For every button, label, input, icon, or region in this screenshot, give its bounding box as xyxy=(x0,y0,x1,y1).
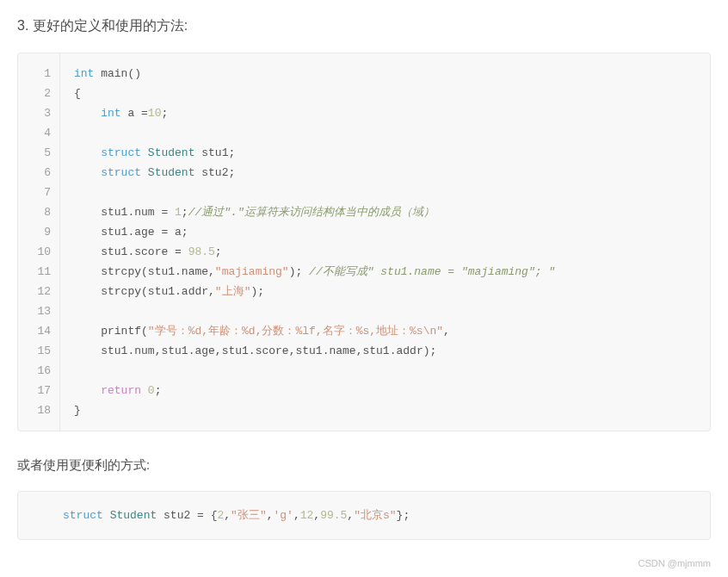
code-line xyxy=(74,183,696,202)
type-name: Student xyxy=(148,146,195,159)
code-line: } xyxy=(74,400,696,420)
ident: strcpy(stu1.addr, xyxy=(101,285,215,298)
indent xyxy=(74,344,101,357)
string: "张三" xyxy=(231,509,267,522)
number: 10 xyxy=(148,107,162,120)
punct: , xyxy=(224,509,231,522)
keyword: struct xyxy=(101,166,141,179)
code-line: stu1.age = a; xyxy=(74,222,696,242)
line-number: 2 xyxy=(28,84,51,103)
indent xyxy=(74,206,101,219)
ident: stu1.num = xyxy=(101,206,175,219)
punct: , xyxy=(347,509,354,522)
indent xyxy=(74,226,101,239)
comment: //通过"."运算符来访问结构体当中的成员（域） xyxy=(188,206,435,219)
code-line xyxy=(74,123,696,143)
string: "上海" xyxy=(215,285,251,298)
ident: stu2 = { xyxy=(157,509,217,522)
code-line: stu1.num = 1;//通过"."运算符来访问结构体当中的成员（域） xyxy=(74,202,696,222)
keyword: int xyxy=(74,67,94,80)
code-line: return 0; xyxy=(74,381,696,400)
code-line xyxy=(74,301,696,321)
code-line xyxy=(74,361,696,381)
line-number: 12 xyxy=(28,282,51,301)
punct: , xyxy=(293,509,300,522)
code-line: strcpy(stu1.name,"majiaming"); //不能写成" s… xyxy=(74,262,696,282)
comment: //不能写成" stu1.name = "majiaming"; " xyxy=(309,265,555,278)
code-line: struct Student stu2 = {2,"张三",'g',12,99.… xyxy=(63,506,665,525)
line-number: 10 xyxy=(28,242,51,262)
space xyxy=(141,384,148,397)
code-line: printf("学号：%d,年龄：%d,分数：%lf,名字：%s,地址：%s\n… xyxy=(74,321,696,341)
line-number: 17 xyxy=(28,381,51,400)
number: 0 xyxy=(148,384,155,397)
code-line: { xyxy=(74,84,696,103)
line-number: 1 xyxy=(28,64,51,84)
punct: , xyxy=(267,509,274,522)
indent xyxy=(74,107,101,120)
ident: printf( xyxy=(101,325,148,338)
string: "majiaming" xyxy=(215,265,289,278)
punct: ; xyxy=(161,107,168,120)
indent xyxy=(74,384,101,397)
line-number: 5 xyxy=(28,143,51,163)
punct: ); xyxy=(250,285,264,298)
keyword: struct xyxy=(63,509,103,522)
code-line: stu1.score = 98.5; xyxy=(74,242,696,262)
punct: ; xyxy=(155,384,162,397)
indent xyxy=(74,285,101,298)
number: 12 xyxy=(300,509,314,522)
string: "北京s" xyxy=(354,509,396,522)
keyword: int xyxy=(101,107,120,120)
ident: stu1.age = a; xyxy=(101,226,188,239)
number: 98.5 xyxy=(188,245,215,258)
ident: main() xyxy=(94,67,141,80)
indent xyxy=(74,166,101,179)
line-number: 13 xyxy=(28,301,51,321)
type-name: Student xyxy=(110,509,157,522)
punct: ; xyxy=(182,206,188,219)
code-line: stu1.num,stu1.age,stu1.score,stu1.name,s… xyxy=(74,341,696,361)
keyword: struct xyxy=(101,146,141,159)
line-number: 16 xyxy=(28,361,51,381)
code-block-simple: struct Student stu2 = {2,"张三",'g',12,99.… xyxy=(17,491,711,540)
space xyxy=(141,166,148,179)
ident: stu1.score = xyxy=(101,245,188,258)
punct: , xyxy=(313,509,320,522)
paragraph: 或者使用更便利的方式: xyxy=(17,457,711,474)
punct: ); xyxy=(289,265,309,278)
code-line: int a =10; xyxy=(74,103,696,123)
line-number: 6 xyxy=(28,163,51,183)
string: 'g' xyxy=(274,509,293,522)
space xyxy=(103,509,110,522)
code-line: int main() xyxy=(74,64,696,84)
code-block: 1 2 3 4 5 6 7 8 9 10 11 12 13 14 15 16 1… xyxy=(17,53,711,431)
code-line: struct Student stu2; xyxy=(74,163,696,183)
number: 1 xyxy=(175,206,182,219)
space xyxy=(141,146,148,159)
number: 99.5 xyxy=(320,509,347,522)
string: "学号：%d,年龄：%d,分数：%lf,名字：%s,地址：%s\n" xyxy=(148,325,443,338)
indent xyxy=(74,146,101,159)
line-number: 8 xyxy=(28,202,51,222)
ident: strcpy(stu1.name, xyxy=(101,265,215,278)
code-line: strcpy(stu1.addr,"上海"); xyxy=(74,282,696,301)
indent xyxy=(74,245,101,258)
code-line: struct Student stu1; xyxy=(74,143,696,163)
ident: a = xyxy=(121,107,148,120)
section-heading: 3. 更好的定义和使用的方法: xyxy=(17,17,711,35)
line-number: 9 xyxy=(28,222,51,242)
indent xyxy=(74,265,101,278)
punct: ; xyxy=(215,245,222,258)
indent xyxy=(74,325,101,338)
punct: , xyxy=(443,325,450,338)
line-gutter: 1 2 3 4 5 6 7 8 9 10 11 12 13 14 15 16 1… xyxy=(18,53,60,431)
line-number: 7 xyxy=(28,183,51,202)
line-number: 14 xyxy=(28,321,51,341)
keyword: return xyxy=(101,384,141,397)
line-number: 11 xyxy=(28,262,51,282)
ident: stu1.num,stu1.age,stu1.score,stu1.name,s… xyxy=(101,344,436,357)
ident: stu2; xyxy=(194,166,235,179)
line-number: 15 xyxy=(28,341,51,361)
type-name: Student xyxy=(148,166,195,179)
